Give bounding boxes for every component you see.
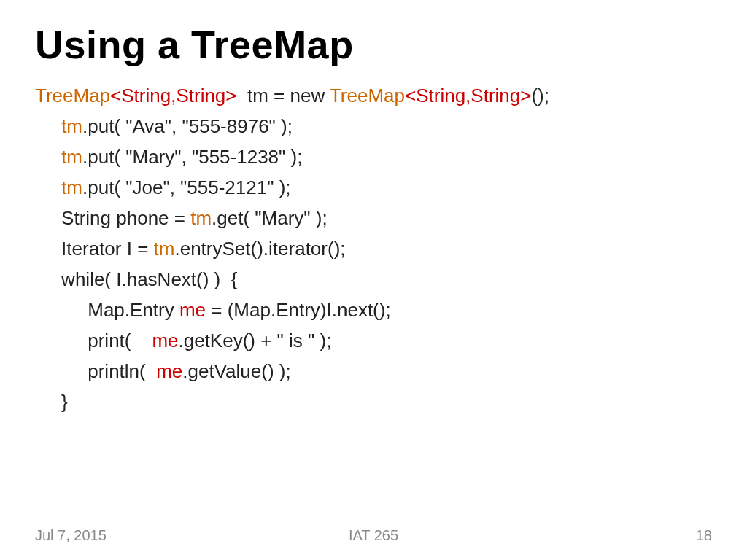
code-token: .entrySet().iterator();	[174, 238, 345, 260]
code-token: println(	[35, 360, 156, 382]
code-token: print(	[35, 330, 152, 351]
code-token: = (Map.Entry)I.next();	[206, 299, 391, 321]
code-token: .getValue() );	[182, 360, 290, 382]
code-token: Iterator I =	[35, 238, 154, 260]
code-token: me	[152, 330, 178, 351]
code-token: .getKey() + " is " );	[179, 330, 332, 351]
code-token: me	[179, 299, 206, 321]
code-block: TreeMap<String,String> tm = new TreeMap<…	[35, 80, 712, 417]
code-token: tm	[190, 207, 212, 229]
code-token: Map.Entry	[35, 299, 179, 321]
code-token	[35, 115, 61, 137]
slide-footer: Jul 7, 2015 IAT 265 18	[0, 527, 747, 544]
code-token: String phone =	[35, 207, 190, 229]
code-token: TreeMap	[35, 85, 110, 106]
code-token: tm	[61, 176, 82, 198]
code-token	[35, 146, 61, 168]
code-token: }	[35, 391, 68, 413]
code-token: <String,String>	[405, 85, 531, 106]
code-token: tm	[61, 146, 82, 168]
code-token: ();	[531, 85, 549, 106]
code-token: TreeMap	[330, 85, 405, 106]
footer-course: IAT 265	[0, 527, 747, 544]
code-token	[35, 176, 61, 198]
code-token: .get( "Mary" );	[212, 207, 328, 229]
slide-title: Using a TreeMap	[35, 22, 712, 67]
code-token: me	[156, 360, 182, 382]
slide: Using a TreeMap TreeMap<String,String> t…	[0, 0, 747, 560]
code-token: tm	[154, 238, 175, 260]
code-token: tm	[61, 115, 82, 137]
code-token: .put( "Mary", "555-1238" );	[82, 146, 302, 168]
code-token: <String,String>	[110, 85, 236, 106]
code-token: while( I.hasNext() ) {	[35, 268, 237, 290]
code-token: .put( "Joe", "555-2121" );	[82, 176, 291, 198]
code-token: .put( "Ava", "555-8976" );	[82, 115, 293, 137]
code-token: tm = new	[237, 85, 330, 106]
